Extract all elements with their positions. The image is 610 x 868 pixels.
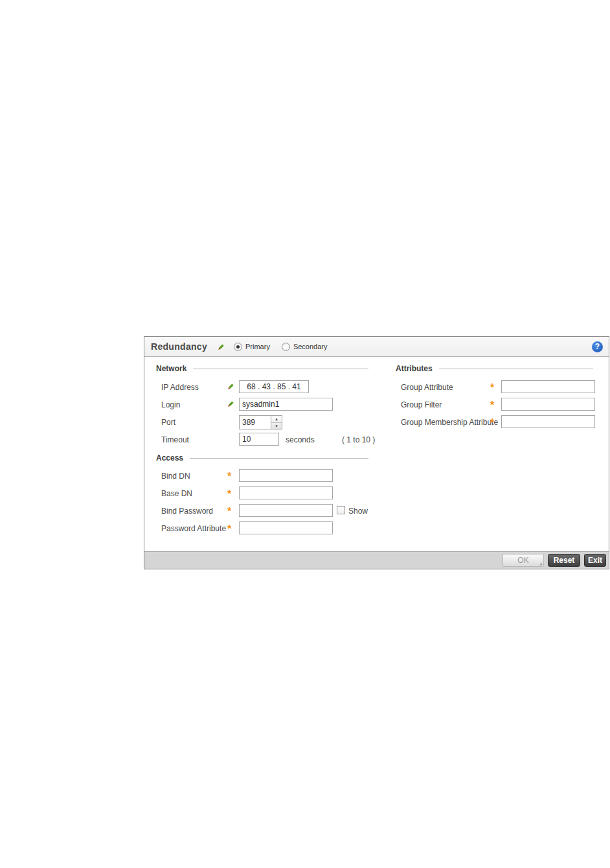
- ip-address-pencil-icon: [226, 382, 234, 391]
- group-membership-required-marker: *: [490, 417, 494, 429]
- port-spinner: ▲ ▼: [271, 415, 282, 429]
- bind-dn-label: Bind DN: [161, 472, 190, 481]
- group-membership-attribute-label: Group Membership Attribute: [401, 418, 498, 427]
- bind-password-required-marker: *: [227, 505, 231, 518]
- attributes-section-rule: [439, 369, 593, 369]
- network-section-title: Network: [156, 364, 186, 373]
- login-input[interactable]: [239, 398, 333, 411]
- password-attribute-required-marker: *: [227, 523, 231, 536]
- access-section-header: Access: [156, 453, 368, 463]
- port-spinner-up-icon[interactable]: ▲: [271, 416, 282, 422]
- redundancy-dialog: Redundancy Primary Secondary: [144, 336, 609, 569]
- network-section-header: Network: [156, 364, 368, 373]
- radio-secondary-label: Secondary: [293, 343, 328, 350]
- ok-button[interactable]: OK ◢: [503, 554, 544, 567]
- exit-button[interactable]: Exit: [584, 554, 606, 567]
- base-dn-input[interactable]: [239, 486, 333, 499]
- radio-secondary[interactable]: Secondary: [282, 343, 328, 351]
- attributes-section-header: Attributes: [396, 364, 593, 373]
- group-filter-label: Group Filter: [401, 400, 442, 409]
- bind-dn-input[interactable]: [239, 469, 333, 482]
- ip-address-label: IP Address: [161, 383, 199, 392]
- group-attribute-label: Group Attribute: [401, 383, 453, 392]
- show-password-label: Show: [348, 507, 368, 516]
- dialog-titlebar: Redundancy Primary Secondary: [144, 337, 609, 357]
- bind-password-label: Bind Password: [161, 507, 213, 516]
- edit-pencil-icon: [216, 343, 225, 351]
- password-attribute-input[interactable]: [239, 521, 333, 534]
- base-dn-label: Base DN: [161, 489, 192, 498]
- group-membership-attribute-input[interactable]: [501, 415, 595, 428]
- login-pencil-icon: [226, 400, 234, 408]
- radio-secondary-circle-icon[interactable]: [282, 343, 290, 351]
- port-input[interactable]: [239, 415, 271, 429]
- group-attribute-input[interactable]: [501, 380, 595, 393]
- timeout-label: Timeout: [161, 435, 189, 444]
- page-background: Redundancy Primary Secondary: [0, 0, 610, 868]
- radio-primary-label: Primary: [245, 343, 270, 350]
- ok-button-label: OK: [517, 556, 528, 565]
- show-password-checkbox[interactable]: [337, 506, 345, 514]
- group-attribute-required-marker: *: [490, 382, 494, 394]
- reset-button[interactable]: Reset: [548, 554, 580, 567]
- timeout-range-label: ( 1 to 10 ): [342, 435, 375, 444]
- radio-primary-circle-icon[interactable]: [234, 343, 242, 351]
- dialog-footer: OK ◢ Reset Exit: [144, 551, 609, 569]
- password-attribute-label: Password Attribute: [161, 524, 226, 533]
- ok-button-grip-icon: ◢: [539, 562, 542, 565]
- help-icon[interactable]: ?: [592, 341, 603, 352]
- port-label: Port: [161, 418, 175, 427]
- base-dn-required-marker: *: [227, 488, 231, 501]
- attributes-section-title: Attributes: [396, 364, 433, 373]
- bind-password-input[interactable]: [239, 504, 333, 517]
- group-filter-required-marker: *: [490, 399, 494, 412]
- ip-address-input[interactable]: [239, 380, 309, 393]
- radio-primary[interactable]: Primary: [234, 343, 270, 351]
- network-section-rule: [193, 369, 368, 369]
- port-spinner-down-icon[interactable]: ▼: [271, 422, 282, 429]
- timeout-unit-label: seconds: [286, 435, 315, 444]
- access-section-rule: [190, 458, 368, 459]
- access-section-title: Access: [156, 453, 183, 463]
- redundancy-mode-radio-group: Primary Secondary: [234, 343, 339, 351]
- login-label: Login: [161, 400, 180, 409]
- dialog-title: Redundancy: [151, 341, 207, 352]
- group-filter-input[interactable]: [501, 398, 595, 411]
- timeout-input[interactable]: [239, 433, 279, 446]
- bind-dn-required-marker: *: [227, 470, 231, 483]
